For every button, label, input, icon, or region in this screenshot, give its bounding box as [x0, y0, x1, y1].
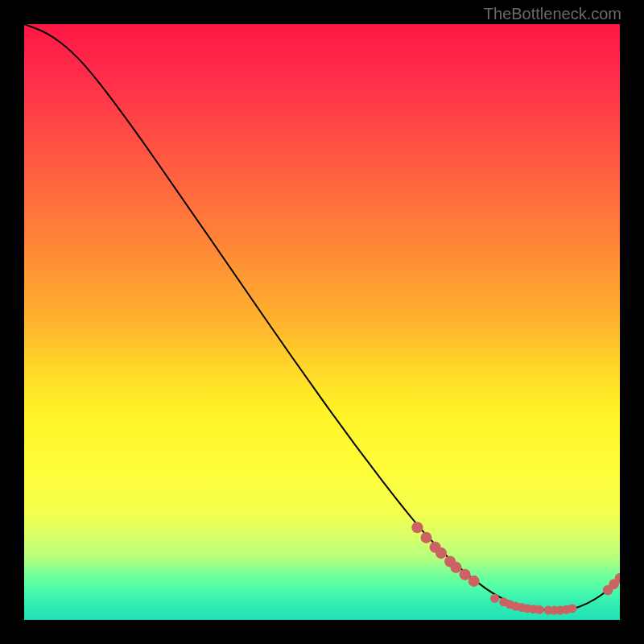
chart-markers [411, 522, 620, 614]
chart-curve [24, 24, 620, 610]
chart-marker [436, 547, 447, 559]
chart-marker [568, 604, 576, 613]
chart-marker [450, 562, 461, 573]
chart-marker [535, 605, 544, 614]
chart-marker [469, 576, 480, 587]
chart-marker [411, 522, 423, 533]
chart-marker [490, 594, 499, 603]
chart-marker [420, 532, 431, 543]
chart-plot-area [24, 24, 620, 620]
watermark-text: TheBottleneck.com [484, 5, 621, 23]
chart-svg [24, 24, 620, 620]
